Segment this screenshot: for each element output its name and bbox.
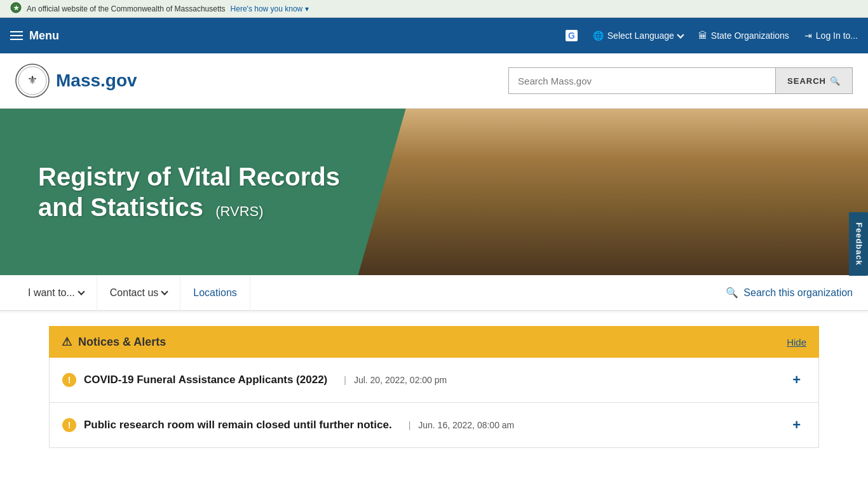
contact-us-button[interactable]: Contact us [97,275,180,311]
hamburger-icon [10,31,23,40]
menu-button[interactable]: Menu [10,29,59,43]
svg-rect-17 [482,210,532,223]
svg-rect-10 [437,121,513,172]
feedback-tab[interactable]: Feedback [850,212,868,276]
chevron-down-icon: ▾ [305,4,309,13]
notice-item: ! COVID-19 Funeral Assistance Applicants… [49,358,819,403]
locations-link[interactable]: Locations [180,275,250,311]
hero-title-area: Registry of Vital Records and Statistics… [0,136,378,248]
search-icon: 🔍 [830,76,841,86]
menu-label: Menu [29,29,59,43]
heres-how-link[interactable]: Here's how you know ▾ [231,4,309,13]
notice-item-left: ! COVID-19 Funeral Assistance Applicants… [62,373,447,387]
notice-title: COVID-19 Funeral Assistance Applicants (… [84,374,327,386]
notices-title: Notices & Alerts [78,336,166,349]
hero-banner: Registry of Vital Records and Statistics… [0,109,868,275]
notices-section: ⚠ Notices & Alerts Hide ! COVID-19 Funer… [34,326,834,448]
notice-alert-icon: ! [62,373,76,387]
site-logo-text: Mass.gov [56,71,137,91]
svg-rect-12 [666,121,742,172]
login-icon: ⇥ [804,30,812,41]
search-icon: 🔍 [726,287,738,299]
svg-rect-16 [386,210,437,223]
globe-icon: 🌐 [593,30,604,41]
official-text: An official website of the Commonwealth … [27,4,226,13]
building-icon: 🏛 [698,30,707,41]
notice-expand-button[interactable]: + [787,414,806,436]
svg-text:⚜: ⚜ [27,74,37,86]
mass-seal-icon: ⚜ [15,64,50,98]
select-language-button[interactable]: 🌐 Select Language [593,30,683,41]
nav-right: G 🌐 Select Language 🏛 State Organization… [566,30,858,41]
search-form: SEARCH 🔍 [508,67,853,94]
notice-item: ! Public research room will remain close… [49,403,819,448]
chevron-down-icon [161,288,168,295]
notices-header-left: ⚠ Notices & Alerts [62,335,166,349]
svg-rect-13 [780,121,857,172]
notice-expand-button[interactable]: + [787,369,806,391]
svg-rect-21 [526,172,564,191]
logo[interactable]: ⚜ Mass.gov [15,64,137,98]
svg-rect-11 [552,121,628,172]
page-acronym: (RVRS) [215,203,263,219]
feedback-label: Feedback [855,222,864,266]
sub-nav: I want to... Contact us Locations 🔍 Sear… [0,275,868,311]
notice-date: Jul. 20, 2022, 02:00 pm [344,375,447,385]
search-org-button[interactable]: 🔍 Search this organization [726,287,853,299]
svg-text:★: ★ [13,4,20,11]
notice-alert-icon: ! [62,418,76,432]
i-want-to-button[interactable]: I want to... [15,275,97,311]
login-button[interactable]: ⇥ Log In to... [804,30,858,41]
sub-nav-left: I want to... Contact us Locations [15,275,726,311]
state-orgs-button[interactable]: 🏛 State Organizations [698,30,789,41]
notice-item-left: ! Public research room will remain close… [62,418,514,432]
chevron-down-icon [677,31,684,38]
main-nav: Menu G 🌐 Select Language 🏛 State Organiz… [0,18,868,53]
google-icon: G [566,30,578,41]
search-button[interactable]: SEARCH 🔍 [775,67,853,94]
svg-rect-19 [672,210,723,223]
chevron-down-icon [78,288,85,295]
hide-button[interactable]: Hide [787,337,806,348]
svg-rect-20 [513,185,577,210]
notices-header: ⚠ Notices & Alerts Hide [49,326,819,358]
google-translate-button[interactable]: G [566,30,578,41]
notice-date: Jun. 16, 2022, 08:00 am [409,420,515,430]
page-title: Registry of Vital Records and Statistics… [38,161,340,222]
top-banner: ★ An official website of the Commonwealt… [0,0,868,18]
ma-seal-icon: ★ [10,2,22,15]
alert-icon: ⚠ [62,335,72,349]
search-button-label: SEARCH [787,76,826,86]
svg-rect-18 [577,210,628,223]
search-input[interactable] [508,67,775,94]
site-header: ⚜ Mass.gov SEARCH 🔍 [0,53,868,109]
notice-title: Public research room will remain closed … [84,419,392,431]
